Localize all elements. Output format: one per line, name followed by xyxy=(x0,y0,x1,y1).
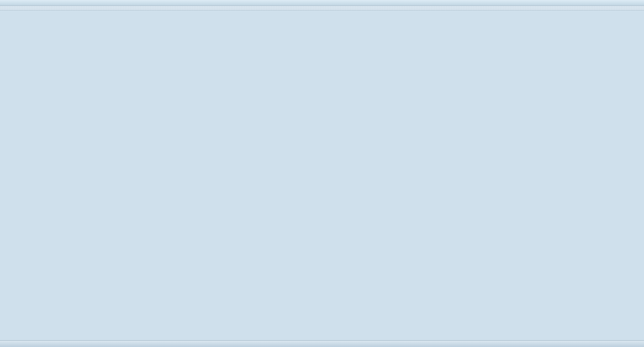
chart-canvas[interactable] xyxy=(0,0,644,347)
top-toolbar xyxy=(0,0,644,6)
status-bar xyxy=(0,340,644,347)
indicator-toggle-bar xyxy=(0,6,644,10)
